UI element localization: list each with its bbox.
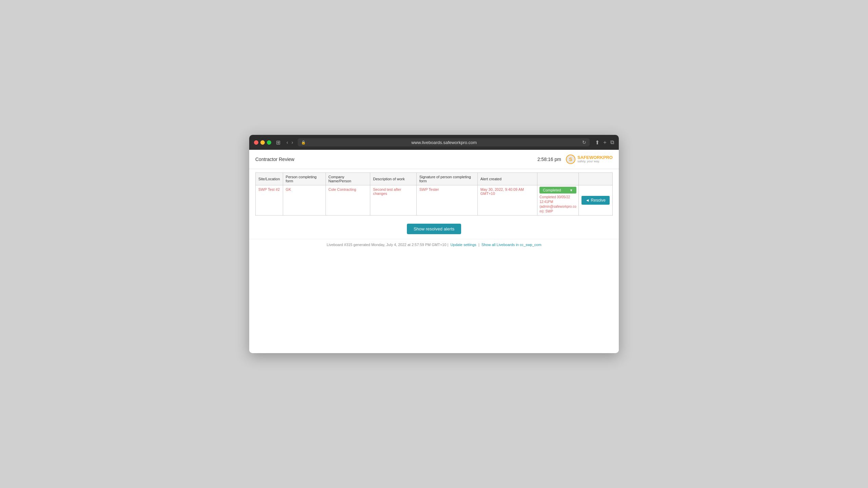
show-all-liveboards-link[interactable]: Show all Liveboards in cc_swp_com — [481, 243, 541, 247]
cell-company: Cole Contracting — [326, 185, 370, 216]
new-tab-icon[interactable]: ＋ — [602, 139, 608, 146]
table-row: SWP Test #2 GK Cole Contracting Second t… — [256, 185, 613, 216]
resolve-arrow-icon: ◄ — [586, 198, 590, 203]
tab-overview-icon[interactable]: ⧉ — [610, 139, 614, 145]
page-header: Contractor Review 2:58:16 pm S SAFEWORKP… — [249, 150, 619, 169]
timestamp: 2:58:16 pm — [537, 157, 561, 162]
logo-brand-name: SAFEWORKPRO — [577, 155, 613, 160]
lock-icon: 🔒 — [301, 140, 306, 145]
browser-window: ⊞ ‹ › 🔒 ↻ ⬆ ＋ ⧉ Contractor Review 2:58:1… — [249, 135, 619, 353]
col-status — [537, 173, 579, 185]
show-resolved-button[interactable]: Show resolved alerts — [407, 224, 461, 234]
cell-alert-created: May 30, 2022, 9:40:09 AM GMT+10 — [477, 185, 537, 216]
status-completed-button[interactable]: Completed ▼ — [539, 187, 576, 194]
forward-button[interactable]: › — [290, 139, 295, 146]
maximize-button[interactable] — [267, 140, 271, 145]
completed-detail: Completed 30/05/2212:41PM(admin@safework… — [539, 195, 576, 214]
share-icon[interactable]: ⬆ — [595, 139, 599, 146]
cell-person: GK — [283, 185, 326, 216]
sidebar-toggle-icon[interactable]: ⊞ — [276, 139, 280, 146]
table-header-row: Site/Location Person completing form Com… — [256, 173, 613, 185]
update-settings-link[interactable]: Update settings — [450, 243, 476, 247]
header-right: 2:58:16 pm S SAFEWORKPRO safety. your wa… — [537, 155, 613, 164]
cell-site: SWP Test #2 — [256, 185, 283, 216]
cell-resolve: ◄ Resolve — [578, 185, 612, 216]
col-company: Company Name/Person — [326, 173, 370, 185]
status-label: Completed — [543, 188, 561, 192]
page-footer: Liveboard #315 generated Monday, July 4,… — [249, 239, 619, 250]
col-description: Description of work — [370, 173, 416, 185]
minimize-button[interactable] — [260, 140, 265, 145]
show-resolved-container: Show resolved alerts — [249, 219, 619, 239]
resolve-button[interactable]: ◄ Resolve — [581, 196, 610, 205]
cell-signature: SWP Tester — [416, 185, 477, 216]
nav-buttons: ‹ › — [285, 139, 294, 146]
footer-text: Liveboard #315 generated Monday, July 4,… — [327, 243, 541, 247]
main-table: Site/Location Person completing form Com… — [255, 172, 613, 216]
logo-brand: SAFEWORKPRO safety. your way. — [577, 155, 613, 163]
address-bar[interactable] — [308, 140, 580, 145]
resolve-label: Resolve — [591, 198, 606, 203]
footer-generated-text: Liveboard #315 generated Monday, July 4,… — [327, 243, 448, 247]
col-alert-created: Alert created — [477, 173, 537, 185]
logo-safe: SAFE — [577, 155, 589, 160]
page-content: Contractor Review 2:58:16 pm S SAFEWORKP… — [249, 150, 619, 353]
chevron-down-icon: ▼ — [570, 188, 573, 192]
col-signature: Signature of person completing form — [416, 173, 477, 185]
cell-status: Completed ▼ Completed 30/05/2212:41PM(ad… — [537, 185, 579, 216]
cell-description: Second test after changes — [370, 185, 416, 216]
reload-button[interactable]: ↻ — [582, 140, 586, 145]
col-person: Person completing form — [283, 173, 326, 185]
col-resolve — [578, 173, 612, 185]
close-button[interactable] — [254, 140, 258, 145]
browser-actions: ⬆ ＋ ⧉ — [595, 139, 614, 146]
col-site: Site/Location — [256, 173, 283, 185]
logo-tagline: safety. your way. — [577, 160, 613, 163]
logo-workpro: WORKPRO — [589, 155, 613, 160]
browser-chrome: ⊞ ‹ › 🔒 ↻ ⬆ ＋ ⧉ — [249, 135, 619, 150]
page-title: Contractor Review — [255, 157, 294, 162]
traffic-lights — [254, 140, 271, 145]
logo: S SAFEWORKPRO safety. your way. — [566, 155, 613, 164]
back-button[interactable]: ‹ — [285, 139, 290, 146]
logo-circle: S — [566, 155, 575, 164]
address-bar-container: 🔒 ↻ — [298, 138, 590, 146]
table-container: Site/Location Person completing form Com… — [249, 169, 619, 219]
